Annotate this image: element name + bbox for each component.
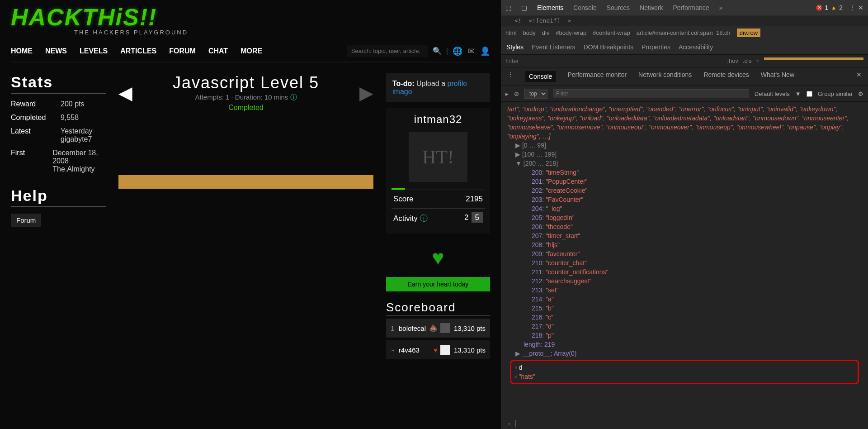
avatar [440,345,450,355]
highlighted-input: › d ‹ "hats" [510,360,859,384]
stat-val: 9,558 [61,114,79,122]
nav-levels[interactable]: LEVELS [80,47,108,55]
stat-val: December 18, 2008 The.Almighty [52,149,106,173]
stat-key: Reward [11,100,61,108]
drawer-perfmon[interactable]: Performance monitor [567,71,627,82]
score-value: 2195 [466,195,483,204]
earn-heart-button[interactable]: Earn your heart today [386,277,490,291]
avatar-placeholder: HT! [409,132,467,182]
console-sidebar-icon[interactable]: ▸ [505,91,509,97]
activity-a: 2 [464,213,468,222]
console-cmd: d [519,364,523,371]
tab-sources[interactable]: Sources [607,4,630,11]
nav-forum[interactable]: FORUM [169,47,196,55]
nav-articles[interactable]: ARTICLES [120,47,156,55]
error-count: 1 [825,4,829,11]
menu-icon[interactable]: ⋮ [849,4,855,11]
group-similar-checkbox[interactable] [807,91,812,97]
search-icon[interactable]: 🔍 [433,47,442,55]
globe-icon[interactable]: 🌐 [453,46,462,56]
drawer-whatsnew[interactable]: What's New [761,71,794,82]
error-badge[interactable]: ✕ [816,5,822,11]
tab-performance[interactable]: Performance [673,4,709,11]
avatar [440,323,450,333]
html-source-line: <!--<![endif]--> [501,15,868,26]
group-similar-label: Group similar [818,91,853,97]
scoreboard-row[interactable]: ~ r4v463 ♥ 13,310 pts [386,340,490,359]
styles-filter[interactable] [505,57,722,64]
scoreboard-heading: Scoreboard [386,300,490,316]
stat-val: Yesterday gigabyte7 [61,127,93,143]
inspect-icon[interactable]: ⬚ [505,4,511,11]
nav-more[interactable]: MORE [241,47,262,55]
tab-console[interactable]: Console [573,4,596,11]
score-label: Score [393,195,413,204]
rank: ~ [391,346,399,354]
player-name: r4v463 [399,346,434,354]
level-status: Completed [142,104,350,112]
rank: 1 [391,324,399,332]
points: 13,310 pts [454,346,486,354]
stat-key: Completed [11,114,61,122]
tagline: THE HACKERS PLAYGROUND [74,29,490,36]
drawer-console[interactable]: Console [525,71,556,82]
gold-bar [118,175,373,189]
console-output[interactable]: tart", "ondrop", "ondurationchange", "on… [501,102,868,418]
warning-badge[interactable]: ▲ [831,5,836,11]
mail-icon[interactable]: ✉ [468,46,475,56]
length-line: length: 219 [507,340,862,349]
subtab-dombreakpoints[interactable]: DOM Breakpoints [584,43,633,51]
console-text: tart", "ondrop", "ondurationchange", "on… [507,105,862,141]
subtab-styles[interactable]: Styles [506,43,524,51]
cls-toggle[interactable]: .cls [743,57,752,64]
subtab-properties[interactable]: Properties [642,43,670,51]
stats-heading: Stats [11,73,106,94]
device-icon[interactable]: ▢ [521,4,527,11]
stat-key: Latest [11,127,61,143]
activity-b: 5 [472,212,483,223]
log-levels[interactable]: Default levels [755,91,790,97]
nav-chat[interactable]: CHAT [208,47,228,55]
stat-key: First [11,149,52,173]
subtab-accessibility[interactable]: Accessibility [679,43,713,51]
hov-toggle[interactable]: :hov [727,57,738,64]
context-select[interactable]: top [524,89,547,99]
drawer-remote[interactable]: Remote devices [703,71,749,82]
site-logo: HACKTHiS!! [11,4,490,31]
prev-level-arrow[interactable]: ◀ [118,82,132,103]
activity-label: Activity [393,214,418,223]
next-level-arrow[interactable]: ▶ [359,82,373,103]
drawer-network[interactable]: Network conditions [638,71,692,82]
subtab-eventlisteners[interactable]: Event Listeners [532,43,576,51]
nav-news[interactable]: NEWS [45,47,67,55]
todo-text: Upload a [416,80,448,87]
search-input[interactable] [347,45,428,57]
stat-val: 200 pts [61,100,84,108]
console-filter[interactable] [553,89,749,98]
drawer-menu-icon[interactable]: ⋮ [507,71,514,82]
points: 13,310 pts [454,324,486,332]
player-name: bolofecal [399,324,429,332]
tab-elements[interactable]: Elements [537,4,563,11]
close-icon[interactable]: ✕ [858,4,863,11]
forum-button[interactable]: Forum [11,214,41,227]
todo-box: To-do: Upload a profile image [386,73,490,102]
level-title: Javascript Level 5 [142,73,350,92]
more-tabs-icon[interactable]: » [719,4,723,11]
add-rule-icon[interactable]: + [756,57,760,64]
heart-icon: ♥ [434,346,438,354]
drawer-close-icon[interactable]: ✕ [856,71,862,82]
tab-network[interactable]: Network [640,4,663,11]
console-prompt[interactable]: › [501,418,868,429]
nav-home[interactable]: HOME [11,47,33,55]
clear-console-icon[interactable]: ⊘ [514,91,519,97]
username: intman32 [392,113,485,126]
todo-label: To-do: [392,80,415,87]
scoreboard-row[interactable]: 1 bolofecal 💩 13,310 pts [386,319,490,338]
user-icon[interactable]: 👤 [480,46,490,56]
help-heading: Help [11,187,106,207]
settings-icon[interactable]: ⚙ [858,91,863,97]
warning-count: 2 [839,4,843,11]
heart-icon: ♥ [386,245,490,270]
dom-breadcrumb[interactable]: htmlbodydiv#body-wrap#content-wraparticl… [501,26,868,40]
